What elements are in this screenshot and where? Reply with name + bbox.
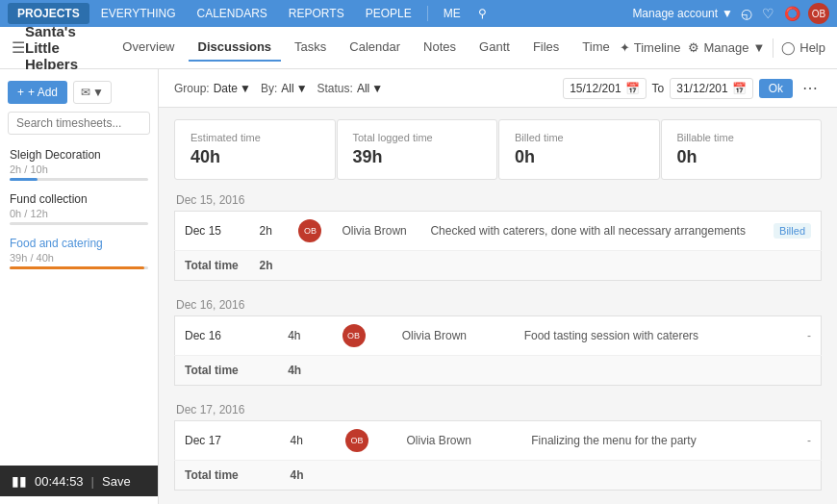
user-avatar[interactable]: OB	[808, 3, 829, 24]
project-name: Santa's Little Helpers	[25, 23, 97, 72]
chevron-down-icon: ▼	[752, 40, 765, 55]
top-icons: ◵ ♡ ⭕	[741, 6, 800, 21]
tab-calendar[interactable]: Calendar	[340, 34, 410, 62]
date-from-input[interactable]: 15/12/201 📅	[563, 78, 646, 99]
entry-avatar-cell: OB	[336, 421, 396, 461]
date-range: 15/12/201 📅 To 31/12/201 📅 Ok ⋯	[563, 77, 822, 99]
manage-button[interactable]: ⚙ Manage ▼	[688, 40, 765, 55]
save-timer-button[interactable]: Save	[102, 474, 131, 489]
table-row[interactable]: Dec 15 2h OB Olivia Brown Checked with c…	[175, 212, 822, 251]
timeline-button[interactable]: ✦ Timeline	[620, 40, 681, 55]
entry-billed-status: -	[788, 316, 822, 356]
help-label: Help	[799, 40, 825, 55]
project-tabs: Overview Discussions Tasks Calendar Note…	[113, 34, 619, 62]
entry-hours: 4h	[278, 316, 332, 356]
project-title: Santa's Little Helpers	[25, 23, 97, 72]
timeline-icon: ✦	[620, 40, 630, 55]
table-row[interactable]: Dec 16 4h OB Olivia Brown Food tasting s…	[175, 316, 822, 356]
nav-calendars[interactable]: CALENDARS	[187, 3, 276, 24]
sidebar-progress-text: 39h / 40h	[10, 252, 148, 264]
gear-icon: ⚙	[688, 40, 699, 55]
timer-bar: ▮▮ 00:44:53 | Save	[0, 466, 158, 496]
sidebar: + + Add ✉ ▼ Sleigh Decoration 2h / 10h F…	[0, 69, 159, 504]
total-label: Total time	[175, 251, 250, 281]
status-select[interactable]: All ▼	[357, 82, 383, 95]
filter-button[interactable]: ✉ ▼	[73, 81, 112, 104]
sidebar-item-fund[interactable]: Fund collection 0h / 12h	[0, 187, 158, 231]
total-empty	[333, 356, 822, 386]
entry-billed-status: -	[787, 421, 821, 461]
entry-date: Dec 15	[175, 212, 250, 251]
entry-avatar-cell: OB	[333, 316, 393, 356]
nav-me[interactable]: ME	[434, 3, 470, 24]
time-sections: Dec 15, 2016 Dec 15 2h OB Olivia Brown C…	[159, 188, 837, 504]
sidebar-item-food[interactable]: Food and catering 39h / 40h	[0, 231, 158, 275]
tab-tasks[interactable]: Tasks	[285, 34, 336, 62]
tab-time[interactable]: Time	[572, 34, 619, 62]
chevron-down-icon: ▼	[371, 82, 383, 95]
more-options-button[interactable]: ⋯	[799, 77, 822, 99]
ok-button[interactable]: Ok	[759, 79, 793, 98]
date-header: Dec 16, 2016	[174, 292, 822, 315]
date-to-input[interactable]: 31/12/201 📅	[670, 78, 752, 99]
nav-everything[interactable]: EVERYTHING	[91, 3, 186, 24]
status-value: All	[357, 82, 369, 95]
entry-avatar-cell: OB	[289, 212, 332, 251]
stat-logged: Total logged time 39h	[337, 119, 498, 180]
divider	[773, 38, 774, 58]
help-button[interactable]: ◯ Help	[781, 40, 825, 55]
search-input[interactable]	[8, 112, 150, 135]
hamburger-menu[interactable]: ☰	[12, 38, 25, 57]
tab-gantt[interactable]: Gantt	[469, 34, 520, 62]
entry-user: Olivia Brown	[332, 212, 420, 251]
time-section-0: Dec 15, 2016 Dec 15 2h OB Olivia Brown C…	[174, 188, 822, 281]
bell-icon[interactable]: ♡	[762, 6, 774, 21]
stats-row: Estimated time 40h Total logged time 39h…	[174, 119, 822, 180]
nav-people[interactable]: PEOPLE	[356, 3, 421, 24]
progress-bar-wrap	[10, 266, 148, 269]
entry-hours: 2h	[250, 212, 290, 251]
entry-avatar: OB	[342, 324, 366, 347]
stat-value: 40h	[190, 147, 319, 167]
by-select[interactable]: All ▼	[281, 82, 307, 95]
total-empty	[336, 461, 821, 491]
filters-bar: Group: Date ▼ By: All ▼ Status: All ▼	[159, 69, 837, 108]
stat-label: Total logged time	[353, 132, 482, 143]
pause-button[interactable]: ▮▮	[12, 473, 27, 489]
by-filter: By: All ▼	[261, 82, 308, 95]
tab-notes[interactable]: Notes	[414, 34, 466, 62]
person-add-icon[interactable]: ⭕	[784, 6, 800, 21]
plus-icon: +	[17, 86, 24, 99]
tab-files[interactable]: Files	[523, 34, 569, 62]
total-label: Total time	[175, 461, 281, 491]
nav-projects[interactable]: PROJECTS	[8, 3, 89, 24]
clock-icon[interactable]: ◵	[741, 6, 752, 21]
project-nav-right: ✦ Timeline ⚙ Manage ▼ ◯ Help	[620, 38, 825, 58]
entry-date: Dec 16	[175, 316, 279, 356]
sidebar-item-sleigh[interactable]: Sleigh Decoration 2h / 10h	[0, 142, 158, 187]
tab-overview[interactable]: Overview	[113, 34, 184, 62]
total-label: Total time	[175, 356, 279, 386]
main-layout: + + Add ✉ ▼ Sleigh Decoration 2h / 10h F…	[0, 69, 837, 504]
tab-discussions[interactable]: Discussions	[189, 34, 282, 62]
group-select[interactable]: Date ▼	[214, 82, 251, 95]
table-row[interactable]: Dec 17 4h OB Olivia Brown Finalizing the…	[175, 421, 822, 461]
manage-account-button[interactable]: Manage account ▼	[632, 7, 733, 20]
stat-value: 0h	[677, 147, 806, 167]
entry-billed-status: Billed	[763, 212, 822, 251]
by-value: All	[281, 82, 293, 95]
sidebar-actions: + + Add ✉ ▼	[0, 77, 158, 112]
search-button[interactable]: ⚲	[472, 3, 493, 24]
entry-user: Olivia Brown	[393, 316, 515, 356]
add-button[interactable]: + + Add	[8, 81, 67, 104]
nav-reports[interactable]: REPORTS	[279, 3, 354, 24]
entry-description: Food tasting session with caterers	[515, 316, 788, 356]
calendar-icon: 📅	[732, 82, 747, 95]
total-row: Total time 2h	[175, 251, 822, 281]
stat-billed: Billed time 0h	[498, 119, 660, 180]
progress-bar-wrap	[10, 222, 148, 225]
chevron-down-icon: ▼	[92, 86, 104, 99]
timeline-label: Timeline	[634, 40, 681, 55]
calendar-icon: 📅	[625, 82, 640, 95]
entry-avatar: OB	[345, 429, 368, 452]
